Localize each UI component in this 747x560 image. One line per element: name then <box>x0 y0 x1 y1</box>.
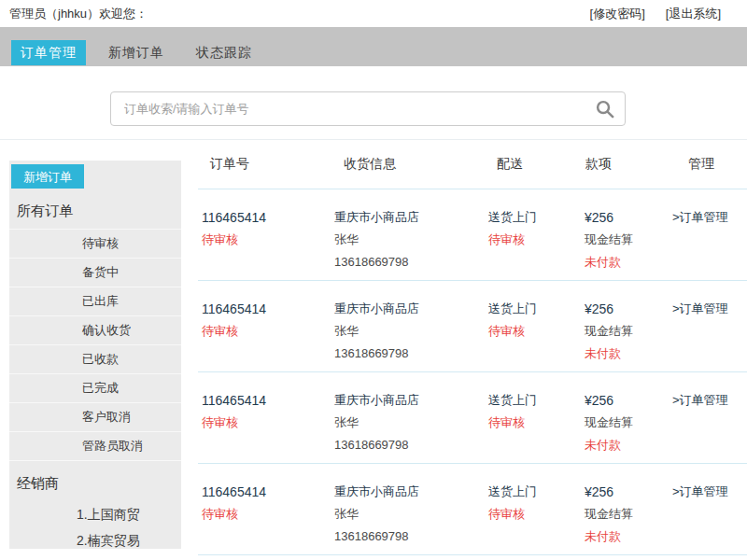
cell-receiver-info: 重庆市小商品店 张华 13618669798 <box>334 298 488 371</box>
header-payment: 款项 <box>583 156 672 173</box>
cell-delivery: 送货上门 待审核 <box>488 481 583 554</box>
receiver-store: 重庆市小商品店 <box>334 298 488 320</box>
payment-method: 现金结算 <box>585 503 672 525</box>
receiver-phone: 13618669798 <box>334 434 488 456</box>
receiver-store: 重庆市小商品店 <box>334 481 488 503</box>
delivery-method: 送货上门 <box>488 389 583 412</box>
receiver-name: 张华 <box>334 503 488 525</box>
cell-payment: ¥256 现金结算 未付款 <box>583 389 672 463</box>
sidebar-item-dealer-2[interactable]: 2.楠宾贸易 <box>9 527 181 553</box>
logout-link[interactable]: [退出系统] <box>666 6 721 22</box>
new-order-button[interactable]: 新增订单 <box>11 164 84 189</box>
order-status-list: 待审核 备货中 已出库 确认收货 已收款 已完成 客户取消 管路员取消 <box>9 229 181 461</box>
cell-receiver-info: 重庆市小商品店 张华 13618669798 <box>334 389 488 463</box>
order-admin-screen: 管理员（jhhku）欢迎您： [修改密码] [退出系统] 订单管理 新增订单 状… <box>0 0 747 560</box>
delivery-status: 待审核 <box>488 229 583 251</box>
payment-status: 未付款 <box>585 434 672 456</box>
order-number: 116465414 <box>202 206 334 229</box>
sidebar-heading-all-orders: 所有订单 <box>17 203 181 220</box>
cell-payment: ¥256 现金结算 未付款 <box>583 481 672 554</box>
search-icon[interactable] <box>594 98 615 119</box>
table-header-row: 订单号 收货信息 配送 款项 管理 <box>198 140 747 189</box>
delivery-status: 待审核 <box>488 320 583 343</box>
manage-order-link[interactable]: >订单管理 <box>672 389 747 412</box>
cell-payment: ¥256 现金结算 未付款 <box>583 206 672 280</box>
change-password-link[interactable]: [修改密码] <box>590 6 645 22</box>
tab-order-management[interactable]: 订单管理 <box>11 40 86 65</box>
payment-amount: ¥256 <box>585 298 672 320</box>
order-number: 116465414 <box>202 298 334 320</box>
header-receiver-info: 收货信息 <box>334 156 488 173</box>
cell-manage: >订单管理 <box>672 389 747 463</box>
tab-new-order[interactable]: 新增订单 <box>99 40 174 65</box>
order-status: 待审核 <box>202 229 334 251</box>
sidebar-item-customer-cancelled[interactable]: 客户取消 <box>9 402 181 431</box>
delivery-status: 待审核 <box>488 412 583 434</box>
search-box <box>110 91 626 126</box>
receiver-store: 重庆市小商品店 <box>334 206 488 229</box>
table-row: 116465414 待审核 重庆市小商品店 张华 13618669798 送货上… <box>198 281 747 372</box>
tab-status-tracking[interactable]: 状态跟踪 <box>187 40 261 65</box>
cell-manage: >订单管理 <box>672 206 747 280</box>
table-row: 116465414 待审核 重庆市小商品店 张华 13618669798 送货上… <box>198 189 747 281</box>
payment-status: 未付款 <box>585 251 672 273</box>
receiver-phone: 13618669798 <box>334 343 488 365</box>
manage-order-link[interactable]: >订单管理 <box>672 298 747 320</box>
order-table: 订单号 收货信息 配送 款项 管理 116465414 待审核 重庆市小商品店 … <box>198 140 747 560</box>
dealer-list: 1.上国商贸 2.楠宾贸易 <box>9 501 181 553</box>
receiver-store: 重庆市小商品店 <box>334 389 488 412</box>
sidebar-item-dealer-1[interactable]: 1.上国商贸 <box>9 501 181 527</box>
delivery-method: 送货上门 <box>488 206 583 229</box>
sidebar-item-shipped[interactable]: 已出库 <box>9 287 181 315</box>
welcome-text: 管理员（jhhku）欢迎您： <box>9 6 148 22</box>
receiver-phone: 13618669798 <box>334 525 488 548</box>
header-manage: 管理 <box>672 156 747 173</box>
table-body: 116465414 待审核 重庆市小商品店 张华 13618669798 送货上… <box>198 189 747 555</box>
tabbar: 订单管理 新增订单 状态跟踪 <box>0 27 747 66</box>
table-row: 116465414 待审核 重庆市小商品店 张华 13618669798 送货上… <box>198 372 747 464</box>
sidebar-heading-dealers: 经销商 <box>17 475 181 493</box>
manage-order-link[interactable]: >订单管理 <box>672 206 747 229</box>
cell-payment: ¥256 现金结算 未付款 <box>583 298 672 371</box>
table-row: 116465414 待审核 重庆市小商品店 张华 13618669798 送货上… <box>198 464 747 555</box>
payment-amount: ¥256 <box>585 389 672 412</box>
sidebar: 新增订单 所有订单 待审核 备货中 已出库 确认收货 已收款 已完成 客户取消 … <box>9 161 181 549</box>
topbar-links: [修改密码] [退出系统] <box>590 6 738 22</box>
header-delivery: 配送 <box>488 156 583 173</box>
order-status: 待审核 <box>202 412 334 434</box>
sidebar-item-pending-review[interactable]: 待审核 <box>9 229 181 258</box>
cell-delivery: 送货上门 待审核 <box>488 389 583 463</box>
order-number: 116465414 <box>202 481 334 503</box>
cell-manage: >订单管理 <box>672 298 747 371</box>
cell-order-number: 116465414 待审核 <box>198 298 334 371</box>
order-status: 待审核 <box>202 503 334 525</box>
sidebar-item-paid[interactable]: 已收款 <box>9 344 181 373</box>
payment-method: 现金结算 <box>585 229 672 251</box>
header-order-number: 订单号 <box>198 156 334 173</box>
sidebar-item-confirm-receipt[interactable]: 确认收货 <box>9 315 181 344</box>
delivery-method: 送货上门 <box>488 481 583 503</box>
sidebar-item-preparing[interactable]: 备货中 <box>9 258 181 287</box>
cell-delivery: 送货上门 待审核 <box>488 206 583 280</box>
cell-manage: >订单管理 <box>672 481 747 554</box>
payment-status: 未付款 <box>585 343 672 365</box>
payment-method: 现金结算 <box>585 320 672 343</box>
cell-order-number: 116465414 待审核 <box>198 481 334 554</box>
sidebar-item-completed[interactable]: 已完成 <box>9 373 181 402</box>
delivery-method: 送货上门 <box>488 298 583 320</box>
search-input[interactable] <box>112 93 572 124</box>
receiver-phone: 13618669798 <box>334 251 488 273</box>
delivery-status: 待审核 <box>488 503 583 525</box>
receiver-name: 张华 <box>334 320 488 343</box>
manage-order-link[interactable]: >订单管理 <box>672 481 747 503</box>
payment-amount: ¥256 <box>585 481 672 503</box>
payment-method: 现金结算 <box>585 412 672 434</box>
cell-delivery: 送货上门 待审核 <box>488 298 583 371</box>
order-status: 待审核 <box>202 320 334 343</box>
cell-receiver-info: 重庆市小商品店 张华 13618669798 <box>334 481 488 554</box>
payment-amount: ¥256 <box>585 206 672 229</box>
search-section <box>0 66 747 140</box>
sidebar-item-admin-cancelled[interactable]: 管路员取消 <box>9 431 181 461</box>
payment-status: 未付款 <box>585 525 672 548</box>
topbar: 管理员（jhhku）欢迎您： [修改密码] [退出系统] <box>0 0 747 27</box>
